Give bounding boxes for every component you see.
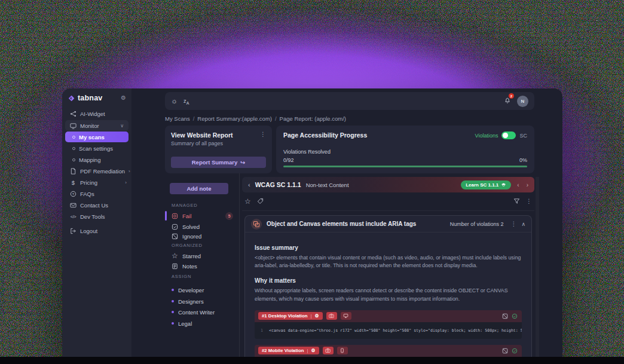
breadcrumb-report-summary[interactable]: Report Summary:(apple.com) bbox=[197, 115, 272, 122]
object-elements-icon bbox=[251, 219, 262, 230]
check-circle-icon bbox=[512, 313, 518, 319]
sc-subtitle: Non-text Content bbox=[306, 182, 349, 188]
sc-header-band: ‹ WCAG SC 1.1.1 Non-text Content Learn S… bbox=[242, 177, 534, 192]
filter-item-notes[interactable]: Notes bbox=[165, 261, 239, 271]
pdf-document-icon bbox=[70, 168, 77, 175]
assign-item-legal[interactable]: Legal bbox=[165, 318, 239, 329]
sidebar-item-ai-widget[interactable]: AI-Widget bbox=[62, 108, 131, 120]
assign-item-content-writer[interactable]: Content Writer bbox=[165, 307, 239, 317]
check-circle-icon bbox=[512, 348, 518, 354]
sc-toolbar: ☆ ⋮ bbox=[244, 196, 532, 207]
issue-accordion-header[interactable]: Object and Canvas elements must include … bbox=[245, 216, 531, 233]
breadcrumb: My Scans / Report Summary:(apple.com) / … bbox=[165, 115, 346, 122]
star-icon[interactable]: ☆ bbox=[244, 197, 251, 206]
user-avatar[interactable]: N bbox=[517, 96, 528, 107]
bullet-icon bbox=[172, 311, 174, 313]
violations-resolved-label: Violations Resolved bbox=[283, 149, 527, 155]
sidebar-item-contact-us[interactable]: Contact Us bbox=[62, 200, 131, 211]
svg-text:?: ? bbox=[72, 192, 75, 196]
app-logo-text: tabnav bbox=[78, 94, 118, 102]
sidebar-item-monitor[interactable]: Monitor ∨ bbox=[65, 120, 129, 131]
sidebar-item-dev-tools[interactable]: </> Dev Tools bbox=[62, 211, 131, 222]
filter-item-ignored[interactable]: Ignored bbox=[165, 231, 239, 241]
envelope-icon bbox=[70, 202, 77, 209]
breadcrumb-page-report[interactable]: Page Report: (apple.com/) bbox=[280, 115, 346, 122]
sidebar-item-my-scans[interactable]: My scans bbox=[65, 131, 129, 142]
issue-manage-panel: Add note MANAGED Fail 5 Solved Ignored O… bbox=[165, 173, 239, 364]
add-note-button[interactable]: Add note bbox=[170, 183, 228, 194]
violations-sc-toggle[interactable] bbox=[501, 131, 516, 139]
sidebar-item-pdf-remediation[interactable]: PDF Remediation › bbox=[62, 166, 131, 177]
ignore-violation-button[interactable] bbox=[502, 311, 508, 322]
tabnav-logo-icon bbox=[68, 95, 75, 102]
sidebar-item-faqs[interactable]: ? FAQs bbox=[62, 188, 131, 200]
report-summary-button[interactable]: Report Summary ↪ bbox=[171, 157, 266, 168]
sc-detail-panel: ‹ WCAG SC 1.1.1 Non-text Content Learn S… bbox=[242, 177, 534, 364]
dollar-icon: $ bbox=[70, 179, 77, 186]
resolve-violation-button[interactable] bbox=[512, 345, 518, 356]
section-label-assign: ASSIGN bbox=[172, 274, 191, 279]
logout-icon bbox=[70, 228, 77, 234]
topbar: ☼ zA 2 N bbox=[165, 92, 534, 110]
kebab-menu-icon[interactable]: ⋮ bbox=[526, 198, 532, 204]
scrollbar[interactable] bbox=[536, 177, 539, 364]
next-sc-button[interactable]: › bbox=[525, 182, 530, 188]
chevron-up-icon[interactable]: ∧ bbox=[521, 221, 525, 227]
star-icon: ☆ bbox=[172, 253, 178, 259]
screenshot-button[interactable] bbox=[323, 347, 334, 354]
desktop-view-button[interactable] bbox=[341, 312, 351, 320]
notifications-button[interactable]: 2 bbox=[504, 96, 511, 106]
card-subtitle: Summary of all pages bbox=[171, 140, 266, 146]
assign-item-designers[interactable]: Designers bbox=[165, 296, 239, 307]
assign-item-developer[interactable]: Developer bbox=[165, 285, 239, 295]
gear-icon: ⚙ bbox=[311, 348, 316, 353]
filter-item-fail[interactable]: Fail 5 bbox=[165, 210, 239, 221]
ignore-violation-button[interactable] bbox=[502, 345, 508, 356]
question-circle-icon: ? bbox=[70, 191, 77, 197]
prev-sc-button[interactable]: ‹ bbox=[516, 182, 520, 188]
notes-icon bbox=[172, 263, 178, 270]
screenshot-button[interactable] bbox=[326, 312, 337, 320]
solved-check-icon bbox=[172, 224, 178, 230]
violation-header: #2 Mobile Violation | ⚙ bbox=[255, 345, 522, 357]
sidebar-settings-icon[interactable]: ⚙ bbox=[121, 95, 126, 101]
section-label-organized: ORGANIZED bbox=[172, 243, 203, 248]
desktop-icon bbox=[343, 313, 348, 319]
bullet-icon bbox=[72, 158, 75, 161]
sidebar-item-pricing[interactable]: $ Pricing › bbox=[62, 177, 131, 188]
accessibility-progress-card: Page Accessibility Progress Violations S… bbox=[276, 126, 534, 173]
card-title: View Website Report bbox=[171, 131, 260, 139]
sc-toggle-label[interactable]: SC bbox=[519, 133, 527, 139]
kebab-menu-icon[interactable]: ⋮ bbox=[260, 131, 266, 137]
toggle-knob bbox=[503, 133, 508, 138]
issue-summary-text: <object> elements that contain visual co… bbox=[255, 254, 522, 270]
chevron-right-icon: › bbox=[129, 169, 130, 174]
sidebar-item-scan-settings[interactable]: Scan settings bbox=[62, 143, 131, 154]
language-switch-icon[interactable]: zA bbox=[183, 97, 189, 105]
tag-icon[interactable] bbox=[257, 196, 264, 207]
resolve-violation-button[interactable] bbox=[512, 311, 518, 322]
view-website-report-card: View Website Report ⋮ Summary of all pag… bbox=[165, 126, 272, 173]
filter-item-starred[interactable]: ☆ Starred bbox=[165, 250, 239, 261]
issue-accordion: Object and Canvas elements must include … bbox=[244, 215, 532, 364]
back-chevron-icon[interactable]: ‹ bbox=[248, 181, 250, 188]
violation-block-desktop: #1 Desktop Violation | ⚙ 1 bbox=[255, 310, 522, 339]
fail-count-badge: 5 bbox=[225, 212, 233, 220]
sidebar-item-logout[interactable]: Logout bbox=[62, 225, 131, 237]
violation-badge[interactable]: #2 Mobile Violation | ⚙ bbox=[258, 347, 319, 354]
learn-sc-button[interactable]: Learn SC 1.1.1 bbox=[461, 181, 511, 189]
vertical-divider bbox=[239, 173, 240, 364]
fail-record-icon bbox=[172, 213, 178, 219]
horizontal-divider bbox=[242, 210, 534, 211]
violation-code-block[interactable]: 1 <canvas data-engine="three.js r172" wi… bbox=[255, 322, 522, 339]
bullet-icon bbox=[72, 147, 75, 150]
sidebar-item-mapping[interactable]: Mapping bbox=[62, 154, 131, 166]
filter-icon[interactable] bbox=[513, 196, 520, 207]
violations-toggle-label[interactable]: Violations bbox=[475, 133, 498, 139]
violation-badge[interactable]: #1 Desktop Violation | ⚙ bbox=[258, 312, 323, 320]
image-off-icon bbox=[502, 313, 508, 319]
breadcrumb-my-scans[interactable]: My Scans bbox=[165, 115, 190, 122]
kebab-menu-icon[interactable]: ⋮ bbox=[510, 221, 516, 227]
theme-brightness-icon[interactable]: ☼ bbox=[171, 97, 178, 105]
mobile-view-button[interactable] bbox=[337, 347, 348, 354]
